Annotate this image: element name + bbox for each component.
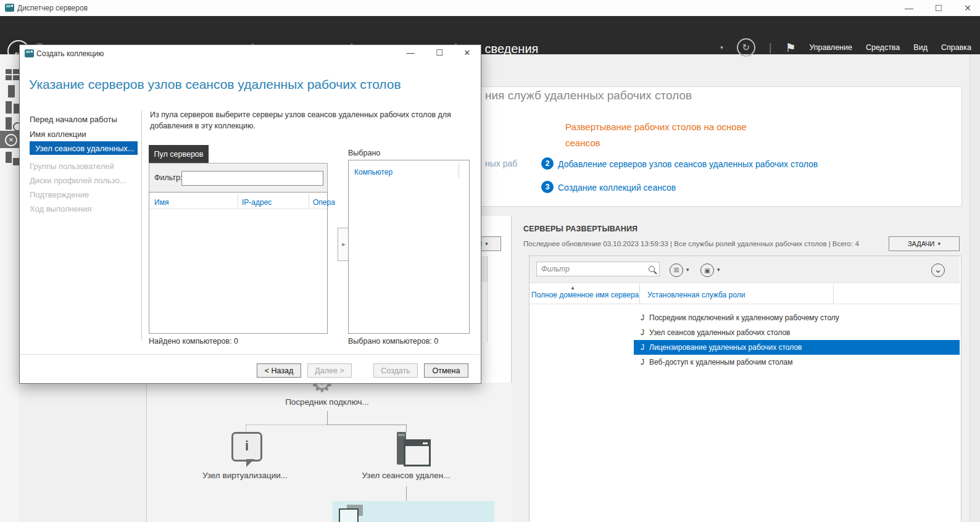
table-row-selected[interactable]: J Лицензирование удаленных рабочих столо… — [634, 340, 960, 355]
role-name: Веб-доступ к удаленным рабочим столам — [649, 358, 792, 367]
add-arrow-icon: ► — [341, 241, 347, 247]
role-name: Посредник подключений к удаленному рабоч… — [649, 313, 839, 322]
wizard-step-rd-session-host-selected[interactable]: Узел сеансов удаленных... — [30, 141, 138, 155]
diagram-connector — [327, 425, 406, 425]
role-name: Лицензирование удаленных рабочих столов — [649, 343, 802, 352]
wizard-step-progress: Ход выполнения — [30, 202, 141, 215]
collapse-tile-icon[interactable]: ⌄ — [931, 263, 945, 277]
menu-manage[interactable]: Управление — [809, 43, 852, 52]
wizard-step-user-profile-disks: Диски профилей пользо... — [30, 174, 141, 186]
window-scrollbar[interactable] — [970, 54, 980, 522]
role-name: Узел сеансов удаленных рабочих столов — [649, 328, 790, 337]
quickstart-step2-link[interactable]: Добавление серверов узлов сеансов удален… — [558, 159, 818, 169]
menu-help[interactable]: Справка — [941, 43, 971, 52]
diagram-node-connection-broker[interactable]: Посредник подключ... — [272, 397, 383, 407]
wizard-step-collection-name[interactable]: Имя коллекции — [30, 128, 141, 140]
deployment-servers-title: СЕРВЕРЫ РАЗВЕРТЫВАНИЯ — [523, 225, 637, 233]
pool-filter-groupbox: Фильтр: — [149, 163, 328, 193]
sort-ascending-icon[interactable]: ▲ — [570, 285, 575, 291]
filter-label: Фильтр: — [154, 173, 182, 182]
column-header-role[interactable]: Установленная служба роли — [647, 291, 745, 299]
refresh-icon[interactable]: ↻ — [737, 38, 755, 57]
dialog-close-button[interactable]: ✕ — [457, 46, 478, 60]
quickstart-step2-badge: 2 — [541, 157, 554, 170]
list-view-dropdown-icon[interactable]: ▾ — [686, 267, 689, 273]
diagram-connector — [327, 411, 328, 425]
navbar-divider: | — [769, 41, 772, 54]
server-manager-window: Диспетчер серверов — ☐ ✕ ← → ▾ Диспетчер… — [0, 0, 980, 522]
diagram-node-virtualization-host[interactable]: Узел виртуализации... — [189, 471, 301, 480]
list-view-icon[interactable]: ≡ — [670, 263, 683, 277]
back-button[interactable]: < Назад — [257, 363, 301, 378]
quickstart-title-link-line2[interactable]: сеансов — [565, 138, 600, 148]
column-header-fqdn[interactable]: Полное доменное имя сервера — [531, 291, 639, 299]
tasks-button[interactable]: ЗАДАЧИ ▾ — [889, 236, 960, 251]
column-divider[interactable] — [459, 162, 459, 178]
rds-icon: ✕ — [5, 134, 17, 146]
pool-column-os[interactable]: Опера — [313, 198, 335, 207]
wizard-sidebar-divider — [141, 110, 142, 340]
navbar-actions: ▾ ↻ | ⚑ Управление Средства Вид Справка — [720, 37, 971, 58]
pool-filter-input[interactable] — [181, 171, 323, 186]
selected-column-computer[interactable]: Компьютер — [354, 168, 392, 176]
table-row[interactable]: J Узел сеансов удаленных рабочих столов — [634, 325, 960, 340]
column-divider[interactable] — [309, 194, 309, 207]
column-divider[interactable] — [238, 194, 238, 207]
virtualization-host-icon-tail — [246, 459, 254, 467]
selected-servers-list[interactable]: Компьютер — [348, 160, 470, 334]
notifications-dropdown-icon[interactable]: ▾ — [720, 44, 723, 51]
maximize-button[interactable]: ☐ — [929, 1, 948, 15]
dialog-title: Создать коллекцию — [36, 49, 104, 58]
servers-filter-input[interactable] — [536, 262, 660, 276]
server-pool-list[interactable]: Имя IP-адрес Опера — [149, 192, 328, 334]
hidden-tile-divider — [487, 282, 488, 342]
diagram-connector-dotted — [246, 425, 327, 425]
diagram-node-session-host[interactable]: Узел сеансов удален... — [351, 471, 462, 480]
next-button[interactable]: Далее > — [307, 363, 352, 378]
selected-computers-count: Выбрано компьютеров: 0 — [348, 337, 438, 346]
minimize-button[interactable]: — — [900, 1, 918, 15]
cancel-button[interactable]: Отмена — [424, 363, 468, 378]
quickstart-title-link[interactable]: Развертывание рабочих столов на основе — [565, 122, 747, 132]
client-device-icon — [339, 508, 359, 522]
remote-desktop-services-selected[interactable]: ✕ — [0, 131, 19, 148]
close-button[interactable]: ✕ — [958, 1, 977, 15]
table-row[interactable]: J Веб-доступ к удаленным рабочим столам — [634, 355, 960, 370]
wizard-heading: Указание серверов узлов сеансов удаленны… — [29, 77, 401, 92]
server-manager-app-icon — [5, 4, 14, 12]
dropdown-icon: ▾ — [485, 241, 488, 247]
deployment-servers-subtitle: Последнее обновление 03.10.2023 13:59:33… — [523, 240, 859, 247]
session-host-window-icon — [404, 439, 431, 466]
header-underline — [530, 304, 960, 304]
pool-column-name[interactable]: Имя — [154, 198, 168, 207]
create-button[interactable]: Создать — [373, 363, 418, 378]
search-icon — [649, 266, 655, 272]
pool-column-ip[interactable]: IP-адрес — [242, 198, 272, 207]
diagram-connector — [406, 486, 407, 501]
menu-tools[interactable]: Средства — [866, 43, 900, 52]
column-divider[interactable] — [639, 284, 640, 304]
virtualization-host-icon: i — [231, 432, 262, 462]
dialog-minimize-button[interactable]: — — [400, 46, 421, 60]
wizard-step-user-groups: Группы пользователей — [30, 160, 141, 172]
quickstart-step3-link[interactable]: Создание коллекций сеансов — [558, 183, 676, 193]
found-computers-count: Найдено компьютеров: 0 — [149, 337, 238, 346]
table-row[interactable]: J Посредник подключений к удаленному раб… — [634, 310, 960, 325]
wizard-step-before-you-begin[interactable]: Перед началом работы — [30, 113, 141, 125]
dialog-app-icon — [25, 49, 34, 57]
window-titlebar: Диспетчер серверов — ☐ ✕ — [0, 0, 980, 16]
saved-queries-dropdown-icon[interactable]: ▾ — [717, 267, 720, 273]
quickstart-step3-badge: 3 — [541, 181, 554, 193]
window-title: Диспетчер серверов — [17, 4, 88, 12]
column-divider[interactable] — [833, 284, 834, 304]
notifications-flag-icon[interactable]: ⚑ — [785, 41, 795, 55]
dashboard-icon[interactable] — [6, 69, 19, 80]
header-underline — [149, 209, 327, 209]
dialog-maximize-button[interactable]: ☐ — [429, 46, 450, 60]
overview-heading-partial: ния служб удаленных рабочих столов — [485, 89, 692, 102]
menu-view[interactable]: Вид — [913, 43, 928, 52]
diagram-connector — [406, 425, 407, 433]
saved-queries-icon[interactable]: ▣ — [700, 263, 714, 277]
deployment-servers-table-box: ≡ ▾ ▣ ▾ ⌄ ▲ Полное доменное имя сервера … — [529, 255, 961, 522]
tab-server-pool[interactable]: Пул серверов — [149, 145, 209, 163]
